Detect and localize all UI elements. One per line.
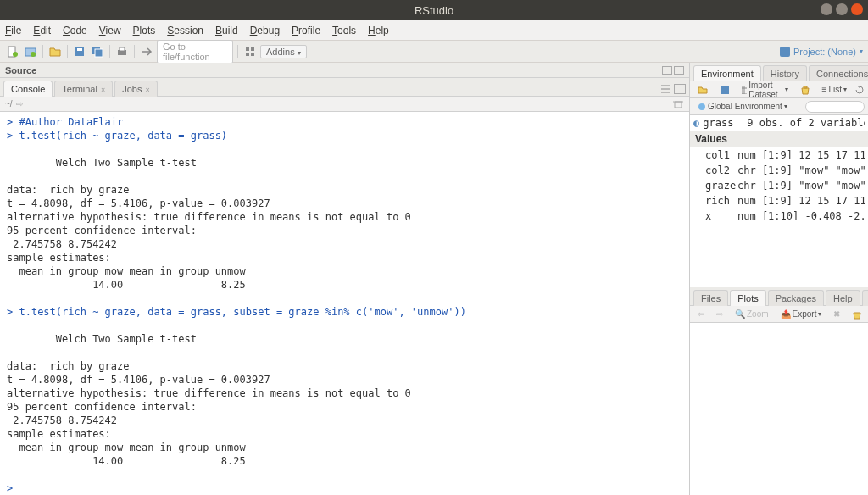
console-path-bar: ~/ ⇨ [0,97,689,112]
menu-help[interactable]: Help [368,25,389,36]
tab-terminal[interactable]: Terminal× [54,81,113,97]
goto-file-input[interactable]: Go to file/function [157,40,233,64]
svg-point-1 [13,52,18,57]
separator [134,45,135,58]
separator [109,45,110,58]
source-pane-header: Source [0,63,689,78]
clear-plots-icon[interactable] [848,309,866,320]
grid-icon[interactable] [242,44,258,59]
menu-plots[interactable]: Plots [133,25,156,36]
tab-files[interactable]: Files [693,290,728,306]
env-tabs: Environment History Connections [690,63,868,81]
menu-profile[interactable]: Profile [292,25,320,36]
svg-rect-10 [246,47,249,51]
menubar: File Edit Code View Plots Session Build … [0,20,868,41]
console-tabs: Console Terminal× Jobs× [0,78,689,97]
tab-console[interactable]: Console [3,81,53,97]
source-title: Source [5,65,36,75]
svg-rect-11 [251,47,254,51]
env-row[interactable]: ◐grass9 obs. of 2 variables [690,115,868,131]
svg-rect-13 [251,53,254,56]
close-button[interactable] [851,3,863,15]
menu-debug[interactable]: Debug [250,25,280,36]
console-output[interactable]: > #Author DataFlair > t.test(rich ~ graz… [0,112,689,495]
tab-connections[interactable]: Connections [809,65,868,81]
save-all-icon[interactable] [90,44,105,59]
plots-area [690,323,868,495]
more-icon[interactable]: ⇨ [16,99,23,108]
data-frame-icon: ◐ [693,115,699,131]
separator [42,45,43,58]
minimize-button[interactable] [821,3,832,15]
menu-tools[interactable]: Tools [332,25,356,36]
separator [237,45,238,58]
tab-jobs[interactable]: Jobs× [114,81,158,97]
maximize-pane-icon[interactable] [674,66,684,75]
titlebar: RStudio [0,0,868,20]
svg-point-3 [31,52,36,57]
open-file-icon[interactable] [47,44,63,59]
env-scope-bar: Global Environment ▾ [690,98,868,115]
restore-pane-icon[interactable] [674,84,686,94]
env-section-values: Values [690,131,868,147]
maximize-button[interactable] [836,3,848,15]
tab-help[interactable]: Help [826,290,860,306]
tab-viewer[interactable]: Viewer [862,290,868,306]
import-dataset-dropdown[interactable]: Import Dataset ▾ [737,80,793,100]
window-controls [821,3,863,15]
svg-rect-14 [721,86,729,94]
console-options-icon[interactable] [659,84,671,94]
tab-history[interactable]: History [763,65,807,81]
env-row[interactable]: col2chr [1:9] "mow" "mow" "mow"… [690,163,868,178]
zoom-button[interactable]: 🔍 Zoom [731,309,773,320]
project-label: Project: (None) [793,47,856,57]
working-dir: ~/ [5,99,13,108]
env-row[interactable]: grazechr [1:9] "mow" "mow" "mow"… [690,178,868,193]
tab-environment[interactable]: Environment [693,65,761,81]
svg-rect-12 [246,53,249,56]
save-workspace-icon[interactable] [715,84,734,96]
clear-env-icon[interactable] [796,84,815,96]
project-icon [780,47,790,57]
tab-packages[interactable]: Packages [768,290,824,306]
svg-rect-9 [120,47,125,51]
refresh-icon[interactable] [854,85,865,95]
env-row[interactable]: richnum [1:9] 12 15 17 11 15 8 … [690,193,868,209]
minimize-pane-icon[interactable] [662,66,672,75]
load-workspace-icon[interactable] [693,84,712,96]
window-title: RStudio [415,4,453,17]
goto-icon[interactable] [139,44,154,59]
prev-plot-icon[interactable]: ⇦ [693,309,709,320]
main-toolbar: Go to file/function Addins ▾ Project: (N… [0,41,868,63]
project-selector[interactable]: Project: (None) ▾ [780,47,863,57]
env-row[interactable]: xnum [1:10] -0.408 -2.136 0.… [690,209,868,224]
menu-build[interactable]: Build [215,25,238,36]
print-icon[interactable] [114,44,130,59]
remove-plot-icon[interactable]: ✖ [829,309,844,320]
plots-tabs: Files Plots Packages Help Viewer [690,287,868,306]
tab-plots[interactable]: Plots [730,290,765,306]
export-dropdown[interactable]: 📤 Export ▾ [776,309,826,320]
addins-dropdown[interactable]: Addins ▾ [260,45,307,58]
new-file-icon[interactable] [5,44,20,59]
menu-session[interactable]: Session [167,25,203,36]
scope-dropdown[interactable]: Global Environment ▾ [693,101,792,112]
env-variable-list: ◐grass9 obs. of 2 variablesValuescol1num… [690,115,868,287]
env-search-input[interactable] [805,101,865,113]
svg-rect-5 [77,48,82,51]
svg-rect-7 [95,49,103,57]
clear-console-icon[interactable] [672,99,684,109]
env-row[interactable]: col1num [1:9] 12 15 17 11 15 8 … [690,147,868,163]
next-plot-icon[interactable]: ⇨ [712,309,727,320]
menu-code[interactable]: Code [63,25,87,36]
menu-edit[interactable]: Edit [33,25,51,36]
menu-file[interactable]: File [5,25,21,36]
save-icon[interactable] [72,44,87,59]
plots-toolbar: ⇦ ⇨ 🔍 Zoom 📤 Export ▾ ✖ [690,306,868,323]
new-project-icon[interactable] [23,44,38,59]
menu-view[interactable]: View [99,25,121,36]
list-view-dropdown[interactable]: ≡ List ▾ [818,84,851,95]
svg-point-16 [698,103,705,110]
separator [67,45,68,58]
env-toolbar: Import Dataset ▾ ≡ List ▾ [690,81,868,98]
